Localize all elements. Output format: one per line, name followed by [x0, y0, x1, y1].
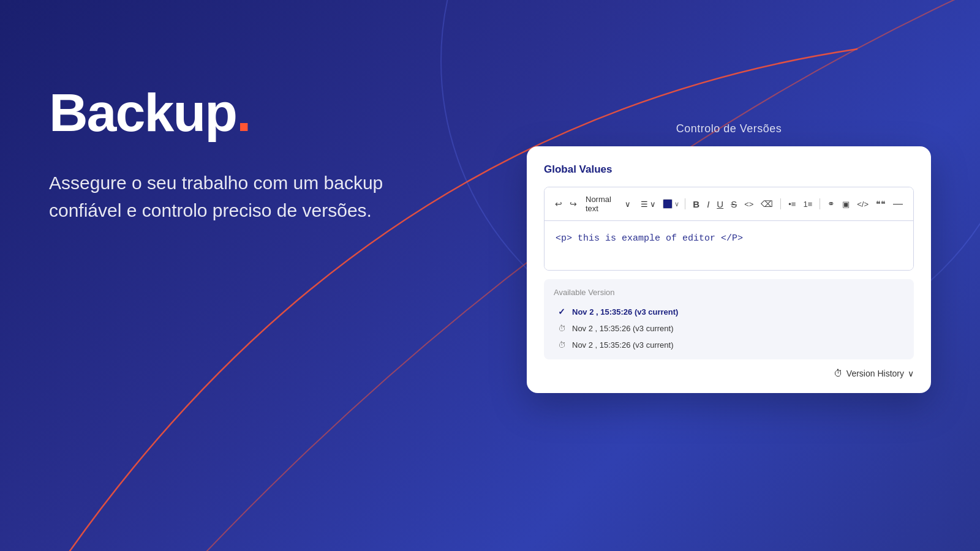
footer-clock-icon: ⏱: [834, 368, 843, 378]
version-item-3[interactable]: ⏱ Nov 2 , 15:35:26 (v3 current): [554, 337, 904, 353]
hr-button[interactable]: —: [891, 198, 905, 210]
version-history-button[interactable]: ⏱ Version History ∨: [834, 368, 914, 378]
link-button[interactable]: ⚭: [826, 198, 837, 209]
subtitle-line1: Assegure o seu trabalho com um backup: [49, 173, 383, 193]
code-block-button[interactable]: </>: [855, 199, 870, 209]
color-box[interactable]: [663, 199, 673, 209]
text-style-dropdown[interactable]: Normal text ∨: [582, 193, 634, 214]
subtitle-line2: confiável e controlo preciso de versões.: [49, 200, 372, 220]
separator-1: [685, 198, 685, 209]
brand-subtitle: Assegure o seu trabalho com um backup co…: [49, 169, 404, 224]
italic-button[interactable]: I: [705, 198, 711, 210]
list-chevron: ∨: [650, 200, 656, 209]
redo-button[interactable]: ↪: [568, 198, 579, 209]
version-history-label: Version History: [846, 369, 904, 378]
separator-3: [820, 198, 820, 209]
undo-button[interactable]: ↩: [553, 198, 564, 209]
editor-toolbar: ↩ ↪ Normal text ∨ ☰ ∨ ∨ B I U S: [545, 187, 913, 221]
versions-label: Available Version: [554, 288, 904, 297]
image-button[interactable]: ▣: [840, 199, 851, 209]
list-style-dropdown[interactable]: ☰ ∨: [638, 198, 659, 210]
clock-icon-2: ⏱: [556, 340, 567, 350]
version-text-2: Nov 2 , 15:35:26 (v3 current): [572, 324, 673, 333]
list-icon: ☰: [641, 200, 648, 209]
version-item-1[interactable]: ✓ Nov 2 , 15:35:26 (v3 current): [554, 303, 904, 320]
brand-dot: .: [236, 82, 250, 143]
version-text-3: Nov 2 , 15:35:26 (v3 current): [572, 340, 673, 350]
strikethrough-button[interactable]: S: [729, 198, 739, 210]
bullet-list-button[interactable]: •≡: [786, 199, 797, 209]
section-label: Controlo de Versões: [527, 122, 931, 135]
separator-2: [780, 198, 781, 209]
clock-icon-1: ⏱: [556, 324, 567, 333]
clear-format-button[interactable]: ⌫: [759, 198, 775, 209]
footer-chevron: ∨: [908, 369, 914, 378]
underline-button[interactable]: U: [715, 198, 725, 210]
ordered-list-button[interactable]: 1≡: [801, 199, 814, 209]
version-item-2[interactable]: ⏱ Nov 2 , 15:35:26 (v3 current): [554, 320, 904, 337]
brand-text: Backup: [49, 82, 236, 143]
code-inline-button[interactable]: <>: [742, 199, 755, 209]
editor-wrapper: ↩ ↪ Normal text ∨ ☰ ∨ ∨ B I U S: [544, 187, 914, 271]
card-header: Global Values: [544, 163, 914, 176]
editor-content[interactable]: <p> this is example of editor </P>: [545, 221, 913, 270]
right-section: Controlo de Versões Global Values ↩ ↪ No…: [527, 122, 931, 393]
version-text-1: Nov 2 , 15:35:26 (v3 current): [572, 307, 678, 317]
text-style-label: Normal text: [586, 195, 623, 213]
bold-button[interactable]: B: [691, 198, 701, 210]
left-section: Backup. Assegure o seu trabalho com um b…: [49, 86, 404, 224]
brand-title: Backup.: [49, 86, 404, 140]
versions-panel: Available Version ✓ Nov 2 , 15:35:26 (v3…: [544, 279, 914, 359]
quote-button[interactable]: ❝❝: [874, 198, 888, 209]
editor-text: <p> this is example of editor </P>: [556, 233, 743, 244]
editor-card: Global Values ↩ ↪ Normal text ∨ ☰ ∨ ∨: [527, 146, 931, 393]
color-picker-group[interactable]: ∨: [663, 199, 679, 209]
card-footer: ⏱ Version History ∨: [544, 368, 914, 378]
text-style-chevron: ∨: [625, 200, 631, 209]
check-icon: ✓: [556, 307, 567, 317]
